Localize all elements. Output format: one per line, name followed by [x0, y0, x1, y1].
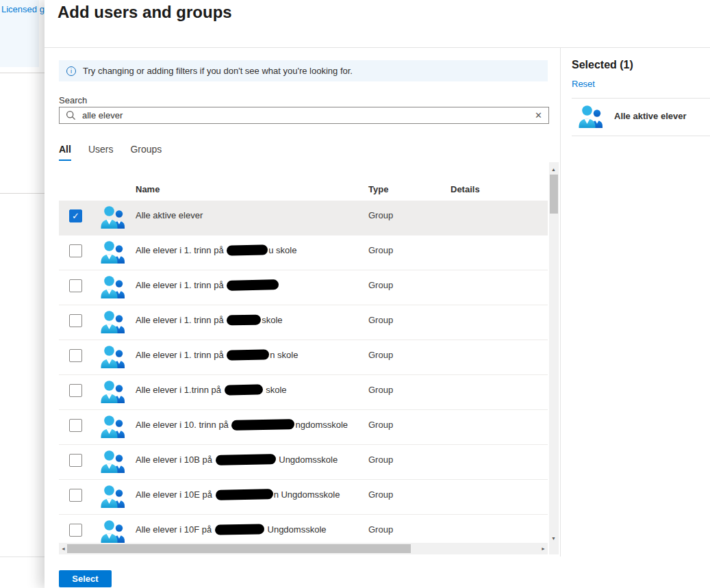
group-icon [99, 414, 127, 440]
row-name-prefix: Alle elever i 10F på [136, 524, 214, 535]
licensed-groups-link[interactable]: Licensed g [1, 4, 45, 14]
table-row[interactable]: Alle elever i 10. trinn på ngdomsskole G… [59, 410, 548, 445]
table-row[interactable]: Alle elever i 1. trinn på skole Group [59, 305, 548, 340]
background-divider [0, 193, 45, 194]
row-name-prefix: Alle elever i 10E på [136, 489, 215, 500]
table-row[interactable]: Alle elever i 10E på n Ungdomsskole Grou… [59, 480, 548, 515]
row-type: Group [368, 350, 393, 360]
row-type: Group [368, 420, 393, 430]
row-name: Alle elever i 10B på Ungdomsskole [136, 455, 338, 465]
row-name-suffix: ngdomsskole [295, 420, 348, 430]
table-row[interactable]: Alle elever i 10F på Ungdomsskole Group [59, 515, 548, 543]
row-name: Alle elever i 10E på n Ungdomsskole [136, 489, 340, 500]
row-type: Group [368, 385, 393, 395]
table-row[interactable]: Alle elever i 10B på Ungdomsskole Group [59, 445, 548, 480]
row-name: Alle elever i 10. trinn på ngdomsskole [136, 420, 348, 430]
group-icon [99, 344, 127, 370]
column-header-name: Name [136, 184, 160, 194]
title-divider [45, 47, 710, 48]
search-input[interactable] [82, 107, 535, 123]
sidebar-divider [572, 136, 710, 136]
scroll-left-arrow-icon[interactable]: ◄ [61, 546, 66, 551]
redaction-mark [215, 454, 275, 465]
tab-groups[interactable]: Groups [130, 144, 162, 161]
clear-search-icon[interactable]: ✕ [535, 110, 542, 120]
vertical-scrollbar-thumb[interactable] [550, 175, 558, 214]
group-icon [99, 519, 127, 543]
row-name: Alle elever i 1. trinn på u skole [136, 245, 296, 255]
redaction-mark [224, 384, 262, 395]
row-type: Group [368, 280, 393, 290]
group-icon [577, 104, 605, 130]
table-row[interactable]: Alle elever i 1. trinn på u skole Group [59, 235, 548, 270]
row-name-prefix: Alle aktive elever [136, 210, 203, 220]
group-icon [99, 240, 127, 266]
group-icon [99, 274, 127, 301]
search-box[interactable]: ✕ [59, 107, 549, 124]
table-header: Name Type Details [59, 179, 548, 200]
tab-users[interactable]: Users [88, 144, 114, 161]
table-row[interactable]: Alle elever i 1. trinn på n skole Group [59, 340, 548, 375]
row-name-prefix: Alle elever i 10B på [136, 455, 215, 465]
search-label: Search [59, 95, 87, 105]
row-name-suffix: n skole [270, 350, 298, 360]
row-type: Group [368, 245, 393, 255]
row-checkbox[interactable] [69, 384, 82, 397]
row-name-suffix: skole [264, 385, 287, 395]
info-banner: i Try changing or adding filters if you … [59, 60, 548, 81]
row-type: Group [368, 315, 393, 325]
row-checkbox[interactable] [69, 314, 82, 327]
row-type: Group [368, 455, 393, 465]
row-checkbox[interactable] [69, 349, 82, 362]
row-name: Alle elever i 1.trinn på skole [136, 385, 287, 395]
redaction-mark [215, 489, 272, 500]
row-checkbox[interactable] [69, 454, 82, 467]
row-checkbox[interactable] [69, 209, 82, 222]
horizontal-scrollbar[interactable]: ◄ ► [59, 543, 548, 554]
redaction-mark [227, 314, 261, 325]
table-row[interactable]: Alle elever i 1. trinn på Group [59, 270, 548, 305]
row-name-suffix: skole [262, 315, 282, 325]
redaction-mark [215, 524, 264, 535]
row-checkbox[interactable] [69, 244, 82, 257]
scroll-right-arrow-icon[interactable]: ► [541, 546, 546, 551]
selected-panel-title: Selected (1) [572, 59, 633, 71]
select-button[interactable]: Select [59, 570, 112, 587]
add-users-and-groups-panel: Add users and groups i Try changing or a… [45, 0, 710, 588]
scroll-up-arrow-icon[interactable]: ▲ [551, 167, 556, 172]
row-name-prefix: Alle elever i 1. trinn på [136, 245, 226, 255]
vertical-scrollbar[interactable]: ▲ ▼ [549, 162, 559, 554]
tab-all[interactable]: All [59, 144, 71, 161]
redaction-mark [231, 419, 294, 431]
row-name: Alle elever i 1. trinn på skole [136, 315, 283, 325]
row-checkbox[interactable] [69, 279, 82, 292]
redaction-mark [227, 244, 268, 255]
row-name-suffix: Ungdomsskole [265, 524, 327, 535]
table-row[interactable]: Alle elever i 1.trinn på skole Group [59, 375, 548, 410]
row-checkbox[interactable] [69, 489, 82, 502]
row-name-prefix: Alle elever i 1. trinn på [136, 280, 226, 290]
row-checkbox[interactable] [69, 524, 82, 537]
horizontal-scrollbar-thumb[interactable] [67, 544, 411, 553]
group-icon [99, 309, 127, 335]
page-title: Add users and groups [58, 3, 232, 22]
group-icon [99, 379, 127, 405]
row-name: Alle elever i 1. trinn på n skole [136, 350, 298, 360]
row-checkbox[interactable] [69, 419, 82, 432]
group-icon [99, 484, 127, 510]
search-icon [66, 110, 76, 120]
selected-item-name: Alle aktive elever [614, 111, 687, 121]
info-icon: i [66, 66, 76, 76]
table-row[interactable]: Alle aktive elever Group [59, 201, 548, 235]
tab-bar: All Users Groups [59, 144, 162, 161]
row-name-prefix: Alle elever i 1. trinn på [136, 315, 226, 325]
reset-link[interactable]: Reset [572, 79, 595, 89]
background-divider [0, 73, 45, 73]
table-body: Alle aktive elever Group Alle elever i 1… [59, 201, 548, 543]
row-name-prefix: Alle elever i 1. trinn på [136, 350, 226, 360]
scroll-down-arrow-icon[interactable]: ▼ [551, 536, 556, 541]
row-name: Alle aktive elever [136, 210, 203, 220]
info-banner-text: Try changing or adding filters if you do… [83, 66, 353, 76]
column-header-details: Details [451, 184, 480, 194]
selected-item[interactable]: Alle aktive elever [572, 99, 710, 136]
